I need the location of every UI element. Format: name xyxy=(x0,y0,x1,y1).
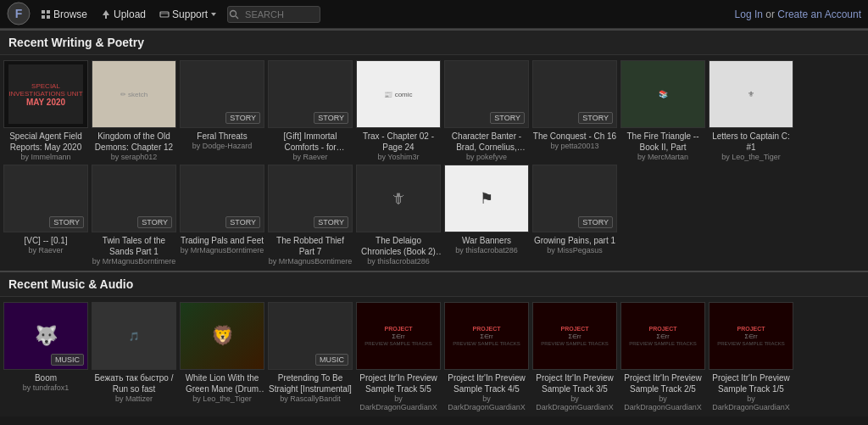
writing-thumb-item[interactable]: STORY Feral Threats by Dodge-Hazard xyxy=(180,60,264,161)
svg-rect-5 xyxy=(47,15,50,19)
writing-thumb-item[interactable]: ✏ sketch Kingdom of the Old Demons: Chap… xyxy=(92,60,176,161)
writing-thumb-item[interactable]: 📚 The Fire Triangle -- Book II, Part by … xyxy=(620,60,705,161)
thumb-image: 🦁 xyxy=(180,302,264,370)
music-thumb-item[interactable]: PROJECT Σ∈rr PREVIEW SAMPLE TRACKS Proje… xyxy=(444,302,529,411)
thumb-image: 🎵 xyxy=(92,302,176,370)
thumb-title: Twin Tales of the Sands Part 1 xyxy=(92,235,176,257)
thumb-author: by MissPegasus xyxy=(547,246,603,254)
login-link[interactable]: Log In xyxy=(735,8,763,20)
support-nav-item[interactable]: Support xyxy=(153,8,224,20)
music-thumb-item[interactable]: PROJECT Σ∈rr PREVIEW SAMPLE TRACKS Proje… xyxy=(356,302,441,411)
music-thumb-item[interactable]: 🐺 MUSIC Boom by tundrafox1 xyxy=(3,302,88,411)
svg-marker-6 xyxy=(103,10,109,15)
writing-section: Recent Writing & Poetry SPECIAL INVESTIG… xyxy=(0,29,868,271)
thumb-title: Growing Pains, part 1 xyxy=(534,235,615,246)
upload-icon xyxy=(101,9,111,20)
thumb-title: Character Banter - Brad, Cornelius, Harl… xyxy=(444,131,529,153)
thumb-title: Project Itr'In Preview Sample Track 2/5 xyxy=(620,372,705,394)
thumb-image: STORY xyxy=(268,60,353,128)
music-section: Recent Music & Audio 🐺 MUSIC Boom by tun… xyxy=(0,271,868,417)
writing-thumb-item[interactable]: 🗡 The Delaigo Chronicles (Book 2) (Canto… xyxy=(356,165,441,266)
thumb-title: Boom xyxy=(35,372,57,383)
thumb-image: 📚 xyxy=(620,60,705,128)
auth-links: Log In or Create an Account xyxy=(735,8,861,20)
thumb-author: by Immelmann xyxy=(20,153,70,161)
thumb-author: by tundrafox1 xyxy=(23,383,70,392)
story-badge: STORY xyxy=(225,216,260,228)
thumb-title: War Banners xyxy=(462,235,511,246)
create-account-link[interactable]: Create an Account xyxy=(777,8,861,20)
story-badge: STORY xyxy=(578,216,613,228)
music-section-title: Recent Music & Audio xyxy=(0,272,868,297)
thumb-title: Feral Threats xyxy=(197,131,247,142)
story-badge: STORY xyxy=(137,216,172,228)
svg-rect-4 xyxy=(42,15,45,19)
writing-thumb-item[interactable]: STORY [Gift] Immortal Comforts - for Hye… xyxy=(268,60,353,161)
writing-thumb-item[interactable]: STORY The Robbed Thief Part 7 by MrMagnu… xyxy=(268,165,353,266)
thumb-image: 🐺 MUSIC xyxy=(3,302,88,370)
thumb-image: STORY xyxy=(3,165,88,232)
thumb-image: 🗡 xyxy=(356,165,441,232)
thumb-title: Бежать так быстро / Run so fast xyxy=(92,372,176,394)
writing-thumb-item[interactable]: STORY Twin Tales of the Sands Part 1 by … xyxy=(92,165,176,266)
thumb-title: Project Itr'In Preview Sample Track 5/5 xyxy=(356,372,441,394)
thumb-title: Project Itr'In Preview Sample Track 1/5 xyxy=(709,372,793,394)
writing-thumb-item[interactable]: STORY Character Banter - Brad, Cornelius… xyxy=(444,60,529,161)
browse-icon xyxy=(41,9,51,20)
music-thumb-item[interactable]: PROJECT Σ∈rr PREVIEW SAMPLE TRACKS Proje… xyxy=(709,302,793,411)
thumb-author: by petta20013 xyxy=(550,142,598,150)
thumb-author: by MrMagnusBorntimere xyxy=(181,246,264,254)
thumb-title: Trading Pals and Feet xyxy=(181,235,264,246)
music-thumb-item[interactable]: PROJECT Σ∈rr PREVIEW SAMPLE TRACKS Proje… xyxy=(532,302,617,411)
thumb-author: by Raever xyxy=(28,246,63,254)
music-badge: MUSIC xyxy=(51,354,84,366)
svg-marker-10 xyxy=(211,13,216,16)
svg-rect-7 xyxy=(105,15,107,19)
writing-gallery: SPECIAL INVESTIGATIONS UNITMAY 2020 Spec… xyxy=(0,55,868,271)
thumb-author: by thisfacrobat286 xyxy=(455,246,518,254)
upload-nav-item[interactable]: Upload xyxy=(94,8,153,20)
thumb-author: by Mattizer xyxy=(115,394,153,403)
svg-rect-8 xyxy=(160,12,169,17)
music-thumb-item[interactable]: 🦁 White Lion With the Green Mane (Drum C… xyxy=(180,302,264,411)
thumb-author: by DarkDragonGuardianX xyxy=(356,394,441,411)
thumb-author: by Leo_the_Tiger xyxy=(721,153,781,161)
thumb-author: by DarkDragonGuardianX xyxy=(444,394,529,411)
music-thumb-item[interactable]: 🎵 Бежать так быстро / Run so fast by Mat… xyxy=(92,302,176,411)
thumb-image: STORY xyxy=(532,165,617,232)
search-input[interactable] xyxy=(227,6,320,23)
svg-rect-2 xyxy=(42,10,45,14)
writing-thumb-item[interactable]: ⚑ War Banners by thisfacrobat286 xyxy=(444,165,529,266)
thumb-image: PROJECT Σ∈rr PREVIEW SAMPLE TRACKS xyxy=(709,302,793,370)
thumb-author: by pokefyve xyxy=(466,153,507,161)
writing-thumb-item[interactable]: 📰 comic Trax - Chapter 02 - Page 24 by Y… xyxy=(356,60,441,161)
thumb-title: Pretending To Be Straight [Instrumental] xyxy=(268,372,353,394)
site-logo[interactable]: F xyxy=(7,2,31,27)
thumb-author: by RascallyBandit xyxy=(280,394,341,403)
writing-thumb-item[interactable]: SPECIAL INVESTIGATIONS UNITMAY 2020 Spec… xyxy=(3,60,88,161)
music-thumb-item[interactable]: MUSIC Pretending To Be Straight [Instrum… xyxy=(268,302,353,411)
writing-thumb-item[interactable]: STORY Growing Pains, part 1 by MissPegas… xyxy=(532,165,617,266)
music-thumb-item[interactable]: PROJECT Σ∈rr PREVIEW SAMPLE TRACKS Proje… xyxy=(620,302,705,411)
thumb-image: PROJECT Σ∈rr PREVIEW SAMPLE TRACKS xyxy=(532,302,617,370)
thumb-author: by DarkDragonGuardianX xyxy=(532,394,617,411)
writing-thumb-item[interactable]: ⚜ Letters to Captain C: #1 by Leo_the_Ti… xyxy=(709,60,793,161)
thumb-author: by Leo_the_Tiger xyxy=(192,394,252,403)
thumb-author: by Dodge-Hazard xyxy=(192,142,253,150)
thumb-author: by DarkDragonGuardianX xyxy=(709,394,793,411)
thumb-image: STORY xyxy=(180,60,264,128)
browse-nav-item[interactable]: Browse xyxy=(34,8,94,20)
thumb-image: SPECIAL INVESTIGATIONS UNITMAY 2020 xyxy=(3,60,88,128)
writing-thumb-item[interactable]: STORY [VC] -- [0.1] by Raever xyxy=(3,165,88,266)
thumb-author: by MrMagnusBorntimere xyxy=(92,257,176,266)
writing-thumb-item[interactable]: STORY The Conquest - Ch 16 by petta20013 xyxy=(532,60,617,161)
thumb-title: White Lion With the Green Mane (Drum Cad… xyxy=(180,372,264,394)
writing-thumb-item[interactable]: STORY Trading Pals and Feet by MrMagnusB… xyxy=(180,165,264,266)
thumb-image: PROJECT Σ∈rr PREVIEW SAMPLE TRACKS xyxy=(444,302,529,370)
thumb-image: STORY xyxy=(92,165,176,232)
story-badge: STORY xyxy=(490,112,525,124)
thumb-image: STORY xyxy=(268,165,353,232)
search-container xyxy=(224,6,320,23)
thumb-title: Special Agent Field Reports: May 2020 xyxy=(3,131,88,153)
thumb-title: Trax - Chapter 02 - Page 24 xyxy=(356,131,441,153)
